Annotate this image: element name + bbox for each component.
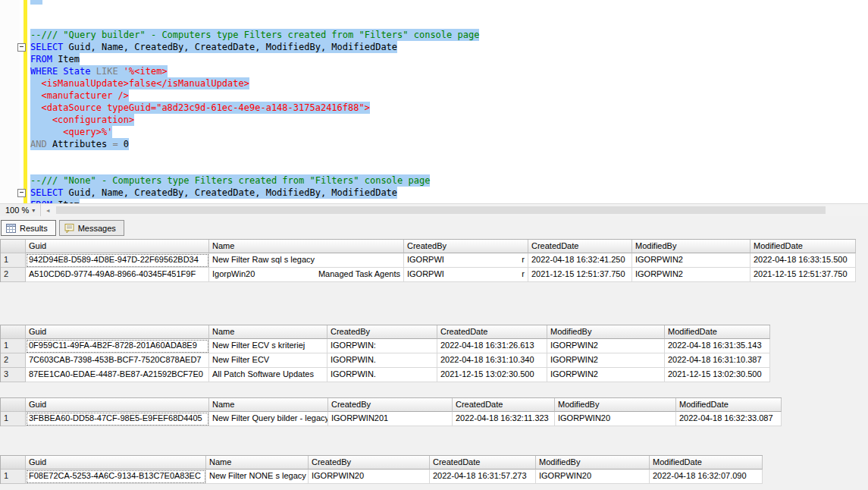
code-line[interactable]: <configuration> <box>30 114 134 126</box>
column-header-modifieddate[interactable]: ModifiedDate <box>665 325 770 339</box>
grid-cell[interactable]: 2021-12-15 13:02:30.500 <box>665 368 770 382</box>
grid-cell[interactable]: IGORPWIN2 <box>547 368 665 382</box>
grid-cell[interactable]: 2021-12-15 13:02:30.500 <box>437 368 547 382</box>
row-header[interactable]: 1 <box>1 470 26 484</box>
row-header[interactable]: 2 <box>1 353 26 368</box>
column-header-name[interactable]: Name <box>206 456 309 470</box>
grid-cell[interactable]: 2022-04-18 16:31:26.613 <box>437 339 547 353</box>
grid-cell[interactable]: 2022-04-18 16:33:15.500 <box>750 253 856 268</box>
column-header-modifiedby[interactable]: ModifiedBy <box>632 240 750 253</box>
column-header-guid[interactable]: Guid <box>26 325 209 339</box>
tab-results[interactable]: Results <box>1 220 56 236</box>
grid-cell[interactable]: IGORPWIN20 <box>309 470 430 484</box>
column-header-createdby[interactable]: CreatedBy <box>327 325 437 339</box>
column-header-modifiedby[interactable]: ModifiedBy <box>555 398 676 412</box>
column-header-name[interactable]: Name <box>209 325 327 339</box>
column-header-modifieddate[interactable]: ModifiedDate <box>750 240 856 253</box>
column-header-createdby[interactable]: CreatedBy <box>404 240 528 253</box>
code-line[interactable] <box>30 0 42 5</box>
column-header-createddate[interactable]: CreatedDate <box>453 398 555 412</box>
column-header-name[interactable]: Name <box>209 240 404 253</box>
column-header-guid[interactable]: Guid <box>26 240 209 253</box>
grid-cell[interactable]: IGORPWIr <box>404 268 528 282</box>
grid-cell[interactable]: F08E72CA-5253-4A6C-9134-B13C7E0A83EC <box>26 470 206 484</box>
grid-cell[interactable]: New Filter NONE s legacy <box>206 470 309 484</box>
grid-cell[interactable]: 87EE1CA0-EDAE-4487-BE87-A21592BCF7E0 <box>26 368 209 382</box>
column-header-modifiedby[interactable]: ModifiedBy <box>536 456 650 470</box>
row-header[interactable]: 1 <box>1 253 26 268</box>
grid-cell[interactable]: IGORPWIN201 <box>328 412 453 426</box>
code-line[interactable]: <query>%' <box>30 126 112 138</box>
grid-cell[interactable]: 2022-04-18 16:31:10.387 <box>665 353 770 368</box>
grid-cell[interactable]: IGORPWIN20 <box>536 470 650 484</box>
grid-cell[interactable]: IGORPWIN2 <box>632 253 750 268</box>
code-line[interactable]: <manufacturer /> <box>30 90 129 102</box>
code-line[interactable]: WHERE State LIKE '%<item> <box>30 65 168 77</box>
column-header-guid[interactable]: Guid <box>26 456 206 470</box>
grid-cell[interactable]: 2022-04-18 16:32:33.087 <box>676 412 782 426</box>
grid-cell[interactable]: IGORPWIN2 <box>547 339 665 353</box>
grid-cell[interactable]: 2022-04-18 16:32:11.323 <box>453 412 555 426</box>
grid-cell[interactable]: IgorpWin20Managed Task Agents <box>209 268 404 282</box>
code-line[interactable]: <isManualUpdate>false</isManualUpdate> <box>30 77 249 90</box>
grid-corner[interactable] <box>1 398 26 412</box>
code-line[interactable]: --/// "Query builder" - Computers type F… <box>30 29 479 41</box>
column-header-modifieddate[interactable]: ModifiedDate <box>676 398 782 412</box>
grid-cell[interactable]: 0F959C11-49FA-4B2F-8728-201A60ADA8E9 <box>26 339 209 353</box>
column-header-createdby[interactable]: CreatedBy <box>309 456 430 470</box>
code-area[interactable]: --/// "Query builder" - Computers type F… <box>0 0 868 203</box>
column-header-name[interactable]: Name <box>209 398 328 412</box>
grid-corner[interactable] <box>1 456 26 470</box>
grid-cell[interactable]: 942D94E8-D589-4D8E-947D-22F69562BD34 <box>26 253 209 268</box>
grid-cell[interactable]: 2022-04-18 16:31:10.340 <box>437 353 547 368</box>
row-header[interactable]: 2 <box>1 268 26 282</box>
scroll-left-button[interactable]: ◄ <box>41 204 55 216</box>
code-line[interactable]: AND Attributes = 0 <box>30 138 129 150</box>
grid-cell[interactable]: New Filter Query bilder - legacy <box>209 412 328 426</box>
grid-cell[interactable]: 7C603CAB-7398-453B-BCF7-7520C878AED7 <box>26 353 209 368</box>
code-line[interactable]: SELECT Guid, Name, CreatedBy, CreatedDat… <box>30 187 397 199</box>
grid-corner[interactable] <box>1 240 26 253</box>
grid-cell[interactable]: 2022-04-18 16:32:07.090 <box>650 470 763 484</box>
column-header-modifieddate[interactable]: ModifiedDate <box>650 456 763 470</box>
grid-cell[interactable]: 2021-12-15 12:51:37.750 <box>528 268 632 282</box>
horizontal-scrollbar[interactable] <box>55 204 868 216</box>
fold-collapse-icon[interactable] <box>17 43 26 52</box>
grid-cell[interactable]: IGORPWIN2 <box>632 268 750 282</box>
grid-cell[interactable]: 2022-04-18 16:31:35.143 <box>665 339 770 353</box>
grid-cell[interactable]: IGORPWIN20 <box>555 412 676 426</box>
scrollbar-thumb[interactable] <box>56 206 826 214</box>
column-header-createdby[interactable]: CreatedBy <box>328 398 453 412</box>
grid-cell[interactable]: All Patch Software Updates <box>209 368 327 382</box>
grid-cell[interactable]: IGORPWIr <box>404 253 528 268</box>
code-line[interactable]: --/// "None" - Computers type Filters cr… <box>30 174 430 187</box>
sql-editor[interactable]: --/// "Query builder" - Computers type F… <box>0 0 868 203</box>
fold-collapse-icon[interactable] <box>17 189 26 197</box>
row-header[interactable]: 3 <box>1 368 26 382</box>
column-header-createddate[interactable]: CreatedDate <box>437 325 547 339</box>
row-header[interactable]: 1 <box>1 339 26 353</box>
grid-cell[interactable]: 2022-04-18 16:32:41.250 <box>528 253 632 268</box>
code-line[interactable]: <dataSource typeGuid="a8d23c9d-61ec-4e9e… <box>30 102 370 114</box>
grid-cell[interactable]: IGORPWIN. <box>327 353 437 368</box>
column-header-createddate[interactable]: CreatedDate <box>430 456 536 470</box>
code-line[interactable]: SELECT Guid, Name, CreatedBy, CreatedDat… <box>30 41 397 53</box>
grid-cell[interactable]: 3FBBEA60-DD58-47CF-98E5-E9FEF68D4405 <box>26 412 209 426</box>
grid-cell[interactable]: New Filter ECV <box>209 353 327 368</box>
column-header-createddate[interactable]: CreatedDate <box>528 240 632 253</box>
column-header-modifiedby[interactable]: ModifiedBy <box>547 325 665 339</box>
grid-cell[interactable]: IGORPWIN. <box>327 368 437 382</box>
grid-cell[interactable]: 2021-12-15 12:51:37.750 <box>750 268 856 282</box>
grid-corner[interactable] <box>1 325 26 339</box>
grid-cell[interactable]: IGORPWIN2 <box>547 353 665 368</box>
grid-cell[interactable]: IGORPWIN: <box>327 339 437 353</box>
row-header[interactable]: 1 <box>1 412 26 426</box>
grid-cell[interactable]: 2022-04-18 16:31:57.273 <box>430 470 536 484</box>
grid-cell[interactable]: New Filter ECV s kriteriej <box>209 339 327 353</box>
grid-cell[interactable]: New Filter Raw sql s legacy <box>209 253 404 268</box>
column-header-guid[interactable]: Guid <box>26 398 209 412</box>
zoom-control[interactable]: 100 % ▾ <box>0 204 41 216</box>
grid-cell[interactable]: A510CD6D-9774-49A8-8966-40345F451F9F <box>26 268 209 282</box>
tab-messages[interactable]: Messages <box>59 220 124 236</box>
code-line[interactable]: FROM Item <box>30 53 80 65</box>
